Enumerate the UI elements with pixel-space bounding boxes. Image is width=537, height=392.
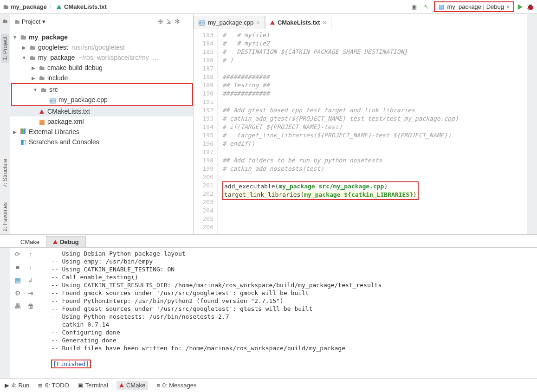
- up-arrow-icon[interactable]: ↑: [26, 251, 35, 260]
- editor-area: c++my_package.cpp× CMakeLists.txt× 183 1…: [194, 14, 527, 234]
- locate-icon[interactable]: ⊕: [158, 18, 163, 25]
- tree-root[interactable]: ▼🖿my_package: [10, 32, 193, 42]
- window-icon: ▤: [439, 3, 444, 10]
- cpp-file-icon: c++: [199, 20, 205, 26]
- status-terminal[interactable]: ▣Terminal: [78, 382, 108, 389]
- breadcrumb-file[interactable]: CMakeLists.txt: [64, 3, 107, 10]
- gear-icon[interactable]: ⚙: [13, 289, 22, 299]
- terminal-icon: ▣: [78, 382, 83, 389]
- code-editor[interactable]: 183 184 185 186 187 188 189 190 191 192 …: [194, 29, 527, 234]
- hide-panel-icon[interactable]: —: [183, 18, 189, 25]
- tree-item[interactable]: ▶🖿include: [10, 73, 193, 83]
- scratches-icon: ◧: [19, 138, 27, 146]
- project-panel: 🖿 Project ▾ ⊕ ⇲ ✻ — ▼🖿my_package ▶🖿googl…: [10, 14, 194, 234]
- bottom-tab-debug[interactable]: Debug: [46, 236, 85, 247]
- cmake-icon: [53, 240, 58, 244]
- close-tab-icon[interactable]: ×: [256, 19, 260, 26]
- close-tab-icon[interactable]: ×: [323, 19, 327, 26]
- settings-icon[interactable]: ✻: [175, 18, 180, 25]
- build-icon[interactable]: ↖: [422, 3, 430, 11]
- cmake-icon: [57, 5, 61, 9]
- line-number-gutter: 183 184 185 186 187 188 189 190 191 192 …: [194, 29, 218, 234]
- editor-tabs: c++my_package.cpp× CMakeLists.txt×: [194, 14, 527, 29]
- tree-item-scratches[interactable]: ▶◧Scratches and Consoles: [10, 137, 193, 147]
- bottom-panel-body: ⟳ ↑ ■ ↓ ▤ ↲ ⚙ ⇥ 🖶 🗑 -- Using Debian Pyth…: [0, 248, 537, 378]
- reload-icon[interactable]: ⟳: [13, 251, 22, 260]
- project-view-selector[interactable]: 🖿 Project ▾: [14, 18, 45, 25]
- right-tool-window-bar: [527, 14, 537, 234]
- select-run-config-icon[interactable]: ▣: [410, 3, 418, 11]
- tree-item[interactable]: ▼🖿my_package~/ros_workspace/src/my_…: [10, 52, 193, 63]
- debug-button[interactable]: 🐞: [526, 3, 534, 11]
- dropdown-arrow-icon: [507, 5, 510, 9]
- left-tool-window-bar: 🖿 1: Project 7: Structure 2: Favorites: [0, 14, 10, 234]
- scroll-to-end-icon[interactable]: ⇥: [26, 289, 35, 299]
- filter-icon[interactable]: ▤: [13, 276, 22, 286]
- run-config-label: my_package | Debug: [447, 3, 504, 10]
- tree-item[interactable]: ▶🖿googletest/usr/src/googletest: [10, 42, 193, 52]
- down-arrow-icon[interactable]: ↓: [26, 263, 35, 273]
- project-tree[interactable]: ▼🖿my_package ▶🖿googletest/usr/src/google…: [10, 29, 193, 234]
- list-icon: ≡: [156, 382, 160, 389]
- library-icon: [20, 128, 26, 134]
- trash-icon[interactable]: 🗑: [26, 302, 35, 312]
- tree-item-ext-lib[interactable]: ▶External Libraries: [10, 127, 193, 137]
- project-panel-header: 🖿 Project ▾ ⊕ ⇲ ✻ —: [10, 14, 193, 29]
- folder-icon: 🖿: [3, 3, 9, 10]
- status-bar: ▶4: Run ≣6: TODO ▣Terminal CMake ≡0: Mes…: [0, 378, 537, 392]
- run-config-selector[interactable]: ▤ my_package | Debug: [434, 1, 514, 12]
- tool-tab-structure[interactable]: 7: Structure: [1, 156, 9, 190]
- left-tool-window-bar-lower: [0, 248, 10, 378]
- cmake-file-icon: [270, 20, 275, 25]
- bottom-tab-cmake[interactable]: CMake: [14, 236, 46, 247]
- cmake-output[interactable]: -- Using Debian Python package layout --…: [47, 248, 537, 378]
- status-messages[interactable]: ≡0: Messages: [156, 382, 196, 389]
- tool-tab-favorites[interactable]: 2: Favorites: [1, 199, 9, 234]
- list-icon: ≣: [38, 382, 43, 389]
- tree-item-src[interactable]: ▼🖿src: [12, 84, 192, 95]
- bottom-panel-tabs: CMake Debug: [0, 235, 537, 248]
- stop-icon[interactable]: ■: [13, 263, 22, 273]
- editor-tab[interactable]: c++my_package.cpp×: [194, 16, 265, 29]
- tool-tab-project[interactable]: 1: Project: [1, 34, 9, 63]
- highlighted-src-folder: ▼🖿src ▶c++my_package.cpp: [11, 83, 193, 106]
- editor-tab[interactable]: CMakeLists.txt×: [265, 16, 331, 29]
- navigation-bar: 🖿 my_package 〉 CMakeLists.txt ▣ ↖ ▤ my_p…: [0, 0, 537, 14]
- run-button[interactable]: [518, 4, 523, 10]
- status-run[interactable]: ▶4: Run: [5, 382, 29, 389]
- print-icon[interactable]: 🖶: [13, 302, 22, 312]
- tree-item-cmakelists[interactable]: ▶CMakeLists.txt: [10, 106, 193, 116]
- breadcrumb-root[interactable]: my_package: [11, 3, 47, 10]
- cpp-file-icon: c++: [50, 98, 56, 103]
- cmake-file-icon: [39, 109, 44, 114]
- play-icon: ▶: [5, 382, 9, 389]
- status-todo[interactable]: ≣6: TODO: [38, 382, 69, 389]
- expand-all-icon[interactable]: ⇲: [166, 18, 172, 25]
- bottom-panel: CMake Debug ⟳ ↑ ■ ↓ ▤ ↲ ⚙ ⇥ 🖶 🗑 -- Using…: [0, 234, 537, 378]
- breadcrumb[interactable]: 🖿 my_package 〉 CMakeLists.txt: [3, 3, 408, 11]
- cmake-toolbar: ⟳ ↑ ■ ↓ ▤ ↲ ⚙ ⇥ 🖶 🗑: [10, 248, 47, 378]
- folder-icon: 🖿: [2, 18, 8, 25]
- xml-file-icon: ▦: [38, 118, 45, 125]
- code-content[interactable]: # # myfile1 # # myfile2 # DESTINATION ${…: [218, 29, 527, 234]
- toolbar-right: ▣ ↖ ▤ my_package | Debug 🐞: [410, 1, 534, 12]
- soft-wrap-icon[interactable]: ↲: [26, 276, 35, 286]
- tree-item-cpp[interactable]: ▶c++my_package.cpp: [12, 95, 192, 105]
- chevron-right-icon: 〉: [49, 3, 55, 11]
- tree-item-pkgxml[interactable]: ▶▦package.xml: [10, 116, 193, 127]
- cmake-icon: [119, 383, 124, 387]
- tree-item[interactable]: ▶🖿cmake-build-debug: [10, 63, 193, 73]
- main-area: 🖿 1: Project 7: Structure 2: Favorites 🖿…: [0, 14, 537, 234]
- status-cmake[interactable]: CMake: [116, 381, 148, 390]
